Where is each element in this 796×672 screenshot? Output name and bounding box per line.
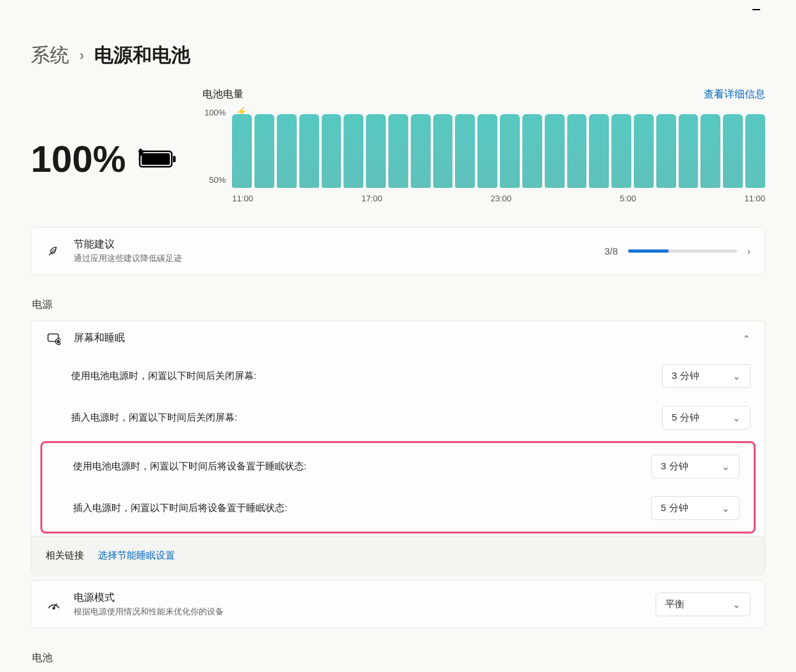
energy-recommend-subtitle: 通过应用这些建议降低碳足迹	[74, 253, 593, 264]
chart-bar	[611, 114, 631, 188]
chevron-down-icon: ⌄	[733, 371, 741, 382]
chart-bar	[567, 114, 587, 188]
chart-bar	[723, 114, 743, 188]
chart-bar	[299, 114, 319, 188]
sleep-battery-select[interactable]: 3 分钟 ⌄	[651, 455, 740, 478]
chevron-down-icon: ⌄	[733, 599, 741, 610]
chart-bar	[277, 114, 297, 188]
breadcrumb-current: 电源和电池	[94, 42, 190, 69]
chart-xlabel: 5:00	[620, 194, 636, 203]
chart-bar	[366, 114, 386, 188]
power-mode-subtitle: 根据电源使用情况和性能来优化你的设备	[74, 606, 644, 617]
chart-xlabel: 11:00	[744, 194, 765, 203]
power-mode-select[interactable]: 平衡 ⌄	[656, 592, 750, 616]
highlighted-sleep-settings: 使用电池电源时，闲置以下时间后将设备置于睡眠状态: 3 分钟 ⌄ 插入电源时，闲…	[40, 441, 756, 533]
chart-ylabel: 100%	[201, 108, 226, 117]
screen-off-plugged-select[interactable]: 5 分钟 ⌄	[662, 406, 750, 430]
chevron-right-icon: ›	[747, 246, 750, 256]
energy-recommend-title: 节能建议	[74, 238, 593, 251]
svg-point-6	[53, 607, 55, 609]
chart-bar	[388, 114, 408, 188]
energy-recommend-count: 3/8	[604, 246, 618, 256]
chart-title: 电池电量	[203, 88, 244, 101]
chart-bar	[656, 114, 676, 188]
power-mode-card[interactable]: 电源模式 根据电源使用情况和性能来优化你的设备 平衡 ⌄	[31, 580, 765, 628]
sleep-battery-row: 使用电池电源时，闲置以下时间后将设备置于睡眠状态: 3 分钟 ⌄	[42, 446, 754, 487]
screen-sleep-header[interactable]: 屏幕和睡眠 ⌄	[31, 321, 765, 355]
minimize-button[interactable]	[752, 9, 760, 10]
chart-xlabel: 17:00	[361, 194, 383, 203]
chart-bar	[232, 114, 252, 188]
battery-charging-icon	[138, 149, 177, 169]
sleep-plugged-select[interactable]: 5 分钟 ⌄	[651, 496, 740, 520]
energy-recommend-progress	[628, 249, 737, 253]
chevron-down-icon: ⌄	[722, 461, 730, 473]
chart-xlabel: 11:00	[232, 194, 253, 203]
chart-bar	[634, 114, 654, 188]
chart-bar	[745, 114, 765, 188]
chart-bar	[545, 114, 565, 188]
chart-bar	[679, 114, 699, 188]
setting-label: 使用电池电源时，闲置以下时间后关闭屏幕:	[71, 370, 256, 382]
power-mode-title: 电源模式	[74, 591, 644, 605]
chart-bar	[344, 114, 363, 188]
svg-rect-1	[173, 156, 176, 162]
chevron-down-icon: ⌄	[733, 412, 741, 424]
screen-sleep-card: 屏幕和睡眠 ⌄ 使用电池电源时，闲置以下时间后关闭屏幕: 3 分钟 ⌄ 插入电源…	[31, 321, 765, 575]
chevron-right-icon: ›	[79, 47, 84, 64]
related-label: 相关链接	[46, 550, 84, 562]
svg-rect-2	[142, 153, 170, 165]
chart-xlabel: 23:00	[491, 194, 512, 203]
breadcrumb-parent[interactable]: 系统	[31, 42, 69, 69]
screen-off-battery-select[interactable]: 3 分钟 ⌄	[662, 364, 750, 388]
setting-label: 插入电源时，闲置以下时间后关闭屏幕:	[71, 412, 237, 424]
battery-percent-value: 100%	[31, 137, 126, 180]
breadcrumb: 系统 › 电源和电池	[31, 42, 765, 69]
chart-detail-link[interactable]: 查看详细信息	[704, 88, 765, 101]
chart-bar	[477, 114, 497, 188]
chart-bar	[701, 114, 720, 188]
related-links-row: 相关链接 选择节能睡眠设置	[31, 536, 765, 575]
chart-ylabel: 50%	[201, 175, 226, 185]
power-section-label: 电源	[32, 298, 765, 312]
chart-bar	[455, 114, 475, 188]
screen-off-plugged-row: 插入电源时，闲置以下时间后关闭屏幕: 5 分钟 ⌄	[31, 397, 765, 439]
battery-chart-area: 电池电量 查看详细信息 100% 50% ⚡ 11:00 17:00 23:00…	[203, 88, 765, 210]
chart-bar	[411, 114, 431, 188]
leaf-icon	[46, 244, 62, 258]
chart-bar	[589, 114, 609, 188]
battery-chart: 100% 50% ⚡ 11:00 17:00 23:00 5:00 11:00	[203, 108, 765, 210]
battery-section-label: 电池	[32, 651, 765, 665]
screen-sleep-title: 屏幕和睡眠	[74, 332, 731, 345]
setting-label: 插入电源时，闲置以下时间后将设备置于睡眠状态:	[73, 502, 287, 514]
chart-bar	[522, 114, 542, 188]
sleep-plugged-row: 插入电源时，闲置以下时间后将设备置于睡眠状态: 5 分钟 ⌄	[42, 487, 754, 529]
battery-percent-display: 100%	[31, 107, 177, 210]
chart-bar	[254, 114, 274, 188]
energy-sleep-settings-link[interactable]: 选择节能睡眠设置	[98, 550, 175, 562]
setting-label: 使用电池电源时，闲置以下时间后将设备置于睡眠状态:	[73, 460, 306, 473]
screen-sleep-icon	[46, 332, 62, 345]
chart-bar	[322, 114, 342, 188]
chart-bar	[433, 114, 453, 188]
energy-recommendation-card[interactable]: 节能建议 通过应用这些建议降低碳足迹 3/8 ›	[31, 227, 765, 275]
chevron-down-icon: ⌄	[722, 503, 730, 514]
chart-bar	[500, 114, 520, 188]
gauge-icon	[46, 598, 62, 611]
screen-off-battery-row: 使用电池电源时，闲置以下时间后关闭屏幕: 3 分钟 ⌄	[31, 355, 765, 397]
chevron-up-icon: ⌄	[742, 333, 750, 344]
